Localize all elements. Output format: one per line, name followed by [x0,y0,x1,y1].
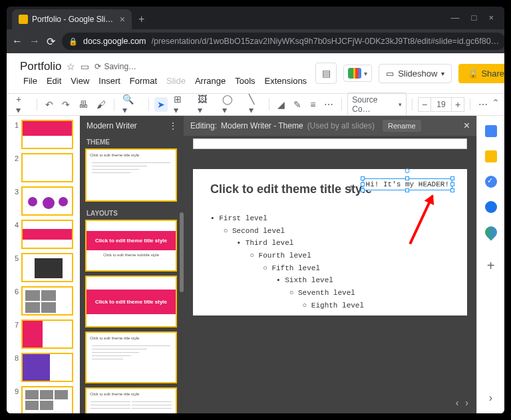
collapse-toolbar-button[interactable]: ˆ [494,98,498,112]
shape-tool[interactable]: ◯ ▾ [220,92,242,117]
print-button[interactable]: 🖶 [76,97,90,112]
comments-button[interactable]: ▤ [315,63,337,84]
meet-button[interactable]: ▾ [343,65,372,82]
slide-thumb-1[interactable] [21,120,73,149]
more-tools-button[interactable]: ⋯ [476,97,490,112]
tab-close-icon[interactable]: × [120,14,125,25]
font-size-value[interactable]: 19 [431,97,451,112]
layout-thumb-body[interactable]: Click to edit theme title style [85,331,177,383]
paint-format-button[interactable]: 🖌 [94,97,108,112]
rename-button[interactable]: Rename [383,120,421,132]
theme-body-placeholder[interactable]: ▪ First level ○ Second level ▪ Third lev… [210,212,450,312]
slide-canvas[interactable]: Click to edit theme title style ▪ First … [193,169,467,315]
contacts-icon[interactable] [485,201,497,213]
theme-master-thumb[interactable]: Click to edit theme title style [85,148,177,202]
resize-handle-se[interactable] [450,188,454,192]
slideshow-button[interactable]: ▭ Slideshow ▾ [379,64,452,83]
side-panel: + › [476,116,504,413]
close-window-icon[interactable]: × [488,13,494,23]
image-tool[interactable]: 🖼 ▾ [195,92,216,117]
resize-handle-nw[interactable] [361,176,365,180]
menu-view[interactable]: View [67,75,92,87]
menu-insert[interactable]: Insert [95,75,124,87]
header-textbox-selected[interactable]: Hi! It's my HEADER! ⇕ [363,178,452,190]
slide-thumb-7[interactable] [21,319,73,349]
menu-slide: Slide [163,75,189,87]
drag-handle-icon[interactable]: ⇕ [349,182,354,193]
slide-thumb-4[interactable] [21,220,73,249]
resize-handle-w[interactable] [361,182,365,186]
line-tool[interactable]: ╲ ▾ [246,92,264,117]
chrome-window: Portfolio - Google Slides × + — □ × ← → … [7,7,504,413]
collapse-sidepanel-button[interactable]: › [489,392,492,404]
redo-button[interactable]: ↷ [59,97,73,112]
share-button[interactable]: 🔒 Share [458,64,504,83]
reload-button[interactable]: ⟳ [47,35,55,48]
forward-button[interactable]: → [29,35,40,47]
minimize-icon[interactable]: — [451,13,460,23]
menubar: File Edit View Insert Format Slide Arran… [20,75,310,87]
layout-thumb-title[interactable]: Click to edit theme title style Click to… [85,220,177,272]
border-weight-button[interactable]: ≡ [307,97,318,112]
tasks-icon[interactable] [485,176,497,188]
slide-thumb-2[interactable] [21,153,73,182]
url-field[interactable]: 🔒 docs.google.com /presentation/d/1woBbO… [62,33,504,50]
menu-edit[interactable]: Edit [43,75,65,87]
fill-color-button[interactable]: ◢ [275,97,287,112]
filmstrip[interactable]: 1 2 3 4 5 6 7 8 9 10 [7,116,80,413]
font-family-select[interactable]: Source Co…▾ [347,93,407,116]
maps-icon[interactable] [482,224,499,240]
add-addon-button[interactable]: + [487,258,495,274]
maximize-icon[interactable]: □ [472,13,477,23]
horizontal-ruler[interactable] [193,138,467,149]
resize-handle-n[interactable] [405,176,409,180]
select-tool[interactable]: ➤ [154,97,168,112]
titlebar: Portfolio - Google Slides × + — □ × [7,7,504,29]
font-size-decrease[interactable]: − [418,97,431,112]
resize-handle-e[interactable] [450,182,454,186]
main-area: 1 2 3 4 5 6 7 8 9 10 Modern Writer ⋮ THE… [7,116,504,413]
rotate-handle[interactable] [405,168,410,173]
new-slide-button[interactable]: + ▾ [13,92,31,117]
layout-thumb-section[interactable]: Click to edit theme title style [85,276,177,327]
border-color-button[interactable]: ✎ [291,97,304,112]
slide-thumb-6[interactable] [21,286,73,315]
prev-slide-button[interactable]: ‹ [456,397,459,408]
doc-title[interactable]: Portfolio [20,60,61,73]
menu-file[interactable]: File [20,75,41,87]
close-editor-button[interactable]: × [464,120,470,132]
font-size-increase[interactable]: + [451,97,464,112]
chevron-down-icon: ▾ [441,70,444,77]
move-icon[interactable]: ▭ [81,61,89,72]
tab-title: Portfolio - Google Slides [32,15,116,24]
slide-thumb-8[interactable] [21,353,73,382]
layout-thumb-two-col[interactable]: Click to edit theme title style [85,387,177,413]
browser-tab[interactable]: Portfolio - Google Slides × [12,9,132,29]
slide-thumb-5[interactable] [21,253,73,282]
slide-thumb-3[interactable] [21,186,73,216]
next-slide-button[interactable]: › [465,397,468,408]
keep-icon[interactable] [485,150,497,162]
resize-handle-ne[interactable] [450,176,454,180]
canvas-wrap: Click to edit theme title style ▪ First … [184,149,476,413]
menu-arrange[interactable]: Arrange [192,75,229,87]
theme-section-label: THEME [85,136,178,148]
menu-tools[interactable]: Tools [232,75,258,87]
calendar-icon[interactable] [485,125,497,137]
textbox-tool[interactable]: ⊞ ▾ [171,92,192,117]
new-tab-button[interactable]: + [138,13,144,25]
resize-handle-s[interactable] [405,188,409,192]
address-bar: ← → ⟳ 🔒 docs.google.com /presentation/d/… [7,29,504,53]
theme-menu-icon[interactable]: ⋮ [169,121,177,130]
border-dash-button[interactable]: ⋯ [321,97,336,112]
resize-handle-sw[interactable] [361,188,365,192]
zoom-button[interactable]: 🔍 ▾ [120,92,143,117]
window-controls: — □ × [451,13,499,29]
slide-thumb-9[interactable] [21,386,73,413]
back-button[interactable]: ← [12,35,23,47]
menu-extensions[interactable]: Extensions [261,75,311,87]
menu-format[interactable]: Format [126,75,160,87]
undo-button[interactable]: ↶ [43,97,56,112]
star-icon[interactable]: ☆ [67,61,75,72]
theme-panel-header: Modern Writer ⋮ [80,116,184,136]
